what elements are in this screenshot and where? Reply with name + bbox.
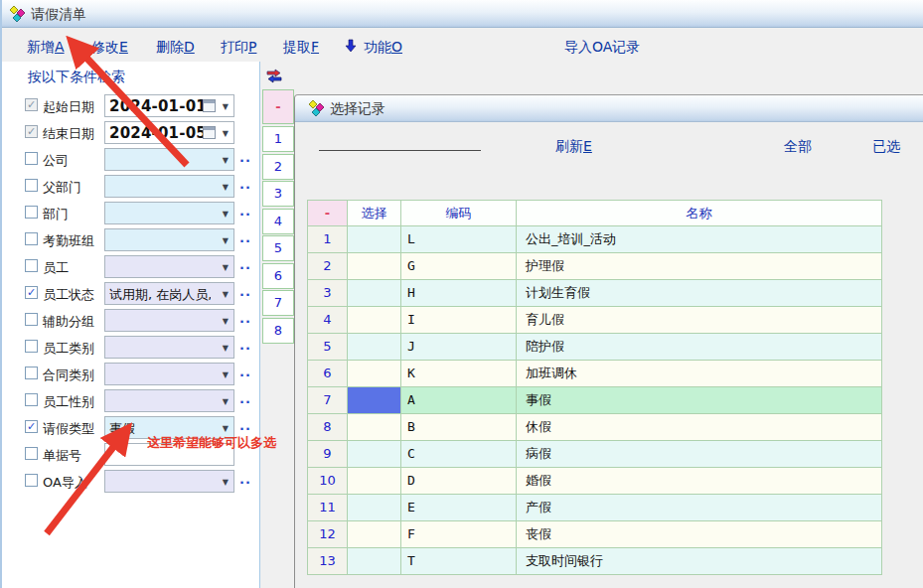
employee-gender-checkbox[interactable]: [25, 393, 38, 406]
toolbar-button-4[interactable]: 提取F: [283, 39, 319, 57]
aux-group-label: 辅助分组: [43, 313, 94, 331]
select-cell[interactable]: [348, 334, 401, 361]
aux-group-checkbox[interactable]: [25, 313, 38, 326]
select-cell[interactable]: [348, 414, 401, 441]
aux-group-more-button[interactable]: ..: [239, 311, 251, 326]
window-titlebar: 请假清单: [0, 0, 923, 28]
select-cell[interactable]: [348, 548, 401, 575]
leave-type-more-button[interactable]: ..: [239, 418, 251, 433]
calendar-icon[interactable]: [203, 126, 216, 139]
end-date-checkbox[interactable]: [25, 125, 38, 138]
employee-checkbox[interactable]: [25, 259, 38, 272]
toolbar-button-0[interactable]: 新增A: [27, 39, 65, 57]
row-number-cell: 3: [308, 280, 348, 307]
employee-category-checkbox[interactable]: [25, 340, 38, 353]
select-cell[interactable]: [348, 468, 401, 495]
calendar-icon[interactable]: [203, 99, 216, 112]
strip-cell-7[interactable]: 7: [262, 290, 294, 316]
strip-cell-1[interactable]: 1: [262, 126, 294, 152]
refresh-button[interactable]: 刷新E: [555, 138, 592, 156]
attendance-group-checkbox[interactable]: [25, 232, 38, 245]
select-cell[interactable]: [348, 226, 401, 253]
column-header-0[interactable]: -: [308, 201, 348, 226]
start-date-date-field[interactable]: 2024-01-01: [104, 94, 234, 117]
employee-status-dropdown[interactable]: 试用期, 在岗人员, 已: [104, 282, 234, 305]
dialog-title: 选择记录: [330, 100, 385, 118]
strip-cell-8[interactable]: 8: [262, 318, 294, 344]
select-cell[interactable]: [348, 280, 401, 307]
parent-dept-more-button[interactable]: ..: [239, 177, 251, 192]
aux-group-dropdown[interactable]: [104, 309, 234, 332]
column-header-2[interactable]: 编码: [401, 201, 517, 226]
filter-row-aux-group: 辅助分组..: [0, 309, 260, 333]
employee-category-more-button[interactable]: ..: [239, 338, 251, 353]
contract-category-more-button[interactable]: ..: [239, 365, 251, 379]
dept-dropdown[interactable]: [104, 202, 234, 224]
column-header-1[interactable]: 选择: [348, 201, 401, 226]
import-oa-button[interactable]: 导入OA记录: [564, 39, 640, 57]
select-cell[interactable]: [348, 495, 401, 521]
table-row[interactable]: 1L公出_培训_活动: [308, 226, 882, 253]
toolbar-button-2[interactable]: 删除D: [156, 39, 195, 57]
strip-cell-5[interactable]: 5: [262, 235, 294, 261]
table-row[interactable]: 10D婚假: [308, 468, 882, 495]
table-row[interactable]: 4I育儿假: [308, 307, 882, 334]
selected-button[interactable]: 已选: [872, 138, 900, 156]
doc-no-checkbox[interactable]: [25, 447, 38, 460]
employee-gender-dropdown[interactable]: [104, 389, 234, 412]
oa-import-dropdown[interactable]: [104, 470, 234, 493]
table-row[interactable]: 9C病假: [308, 441, 882, 468]
strip-cell-4[interactable]: 4: [262, 209, 294, 234]
attendance-group-dropdown[interactable]: [104, 228, 234, 251]
select-cell[interactable]: [348, 521, 401, 548]
oa-import-label: OA导入: [43, 474, 87, 492]
select-cell[interactable]: [348, 307, 401, 334]
search-input[interactable]: [319, 128, 481, 151]
table-row[interactable]: 7A事假: [308, 387, 882, 414]
employee-status-checkbox[interactable]: [25, 286, 38, 299]
table-row[interactable]: 11E产假: [308, 495, 882, 521]
table-row[interactable]: 8B休假: [308, 414, 882, 441]
table-row[interactable]: 6K加班调休: [308, 361, 882, 387]
select-cell-selected[interactable]: [348, 387, 401, 414]
employee-category-dropdown[interactable]: [104, 336, 234, 359]
toolbar-button-5[interactable]: 功能O: [364, 39, 402, 57]
select-cell[interactable]: [348, 253, 401, 280]
select-cell[interactable]: [348, 361, 401, 387]
employee-gender-more-button[interactable]: ..: [239, 391, 251, 406]
select-cell[interactable]: [348, 441, 401, 468]
contract-category-checkbox[interactable]: [25, 367, 38, 379]
table-row[interactable]: 12F丧假: [308, 521, 882, 548]
oa-import-more-button[interactable]: ..: [239, 472, 251, 487]
dept-checkbox[interactable]: [25, 206, 38, 219]
table-row[interactable]: 5J陪护假: [308, 334, 882, 361]
employee-dropdown[interactable]: [104, 255, 234, 278]
table-row[interactable]: 3H计划生育假: [308, 280, 882, 307]
toolbar-button-3[interactable]: 打印P: [221, 39, 256, 57]
strip-cell-3[interactable]: 3: [262, 181, 294, 207]
filter-row-employee: 员工..: [0, 255, 260, 279]
strip-cell-6[interactable]: 6: [262, 263, 294, 289]
parent-dept-dropdown[interactable]: [104, 175, 234, 198]
contract-category-dropdown[interactable]: [104, 363, 234, 385]
employee-status-more-button[interactable]: ..: [239, 284, 251, 299]
company-more-button[interactable]: ..: [239, 150, 251, 165]
all-button[interactable]: 全部: [784, 138, 812, 156]
company-dropdown[interactable]: [104, 148, 234, 171]
swap-arrows-icon[interactable]: [264, 69, 284, 83]
column-header-3[interactable]: 名称: [517, 201, 882, 226]
company-checkbox[interactable]: [25, 152, 38, 165]
strip-cell-2[interactable]: 2: [262, 154, 294, 180]
attendance-group-more-button[interactable]: ..: [239, 230, 251, 245]
oa-import-checkbox[interactable]: [25, 474, 38, 487]
toolbar-button-1[interactable]: 修改E: [91, 39, 128, 57]
strip-header-cell[interactable]: -: [262, 89, 294, 124]
end-date-date-field[interactable]: 2024-01-05: [104, 121, 234, 144]
table-row[interactable]: 2G护理假: [308, 253, 882, 280]
dept-more-button[interactable]: ..: [239, 204, 251, 219]
parent-dept-checkbox[interactable]: [25, 179, 38, 192]
employee-more-button[interactable]: ..: [239, 257, 251, 272]
leave-type-checkbox[interactable]: [25, 420, 38, 433]
start-date-checkbox[interactable]: [25, 98, 38, 111]
table-row[interactable]: 13T支取时间银行: [308, 548, 882, 575]
